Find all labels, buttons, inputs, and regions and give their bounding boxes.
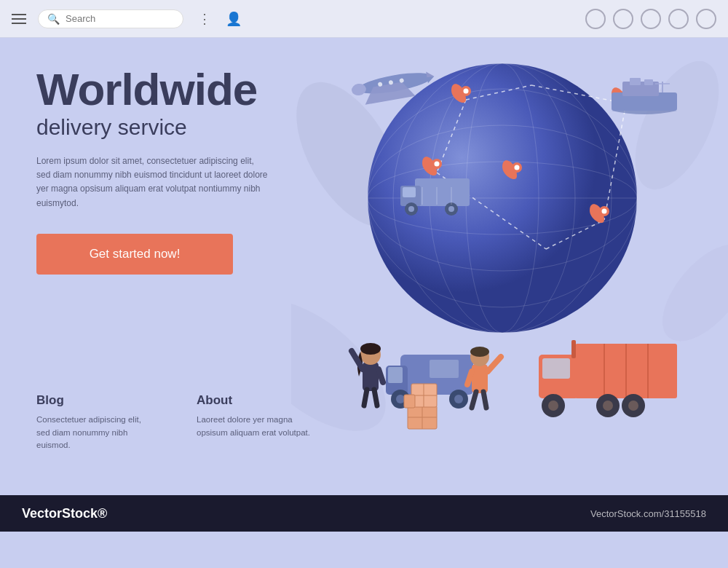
svg-point-56 — [396, 395, 405, 403]
search-bar[interactable]: 🔍 — [38, 9, 183, 28]
svg-rect-87 — [408, 406, 437, 429]
headline-sub: delivery service — [36, 115, 269, 140]
svg-point-28 — [356, 68, 433, 98]
svg-point-33 — [378, 82, 383, 87]
svg-point-75 — [360, 343, 381, 355]
svg-rect-44 — [403, 187, 416, 197]
headline-main: Worldwide — [36, 67, 269, 112]
blog-description: Consectetuer adipiscing elit, sed diam n… — [36, 414, 153, 451]
svg-line-14 — [437, 100, 466, 173]
svg-point-8 — [466, 63, 539, 333]
browser-circle-4[interactable] — [668, 9, 689, 29]
search-icon: 🔍 — [47, 13, 60, 25]
svg-point-1 — [618, 49, 728, 202]
svg-point-55 — [391, 390, 410, 409]
browser-toolbar: 🔍 ⋮ 👤 — [0, 0, 728, 38]
svg-rect-59 — [430, 360, 459, 378]
svg-point-26 — [599, 206, 609, 216]
svg-point-57 — [449, 390, 468, 409]
svg-point-82 — [470, 347, 489, 357]
svg-line-76 — [352, 351, 363, 369]
svg-rect-60 — [539, 355, 579, 398]
browser-right-controls — [585, 9, 716, 29]
svg-rect-54 — [388, 367, 403, 383]
svg-rect-43 — [400, 186, 421, 206]
svg-point-68 — [596, 394, 620, 417]
svg-marker-29 — [363, 80, 416, 105]
bottom-links: Blog Consectetuer adipiscing elit, sed d… — [36, 393, 313, 451]
svg-line-12 — [466, 85, 531, 100]
svg-point-5 — [368, 162, 637, 234]
svg-point-70 — [622, 394, 645, 417]
svg-point-27 — [602, 209, 607, 214]
svg-rect-90 — [411, 384, 437, 407]
cta-button[interactable]: Get started now! — [36, 234, 233, 275]
svg-rect-37 — [622, 82, 659, 96]
svg-point-25 — [515, 165, 520, 170]
svg-point-22 — [432, 159, 442, 169]
left-panel: Worldwide delivery service Lorem ipsum d… — [36, 67, 269, 275]
svg-line-78 — [364, 390, 367, 406]
svg-point-35 — [399, 78, 404, 83]
share-icon[interactable]: ⋮ — [198, 11, 211, 27]
watermark-bar: VectorStock® VectorStock.com/31155518 — [0, 495, 728, 532]
right-illustration — [291, 38, 728, 489]
svg-point-74 — [360, 344, 381, 365]
svg-point-2 — [291, 276, 408, 455]
svg-point-20 — [621, 90, 631, 100]
svg-point-0 — [291, 65, 424, 244]
svg-point-4 — [368, 63, 637, 333]
svg-rect-53 — [386, 366, 408, 395]
main-content: Worldwide delivery service Lorem ipsum d… — [0, 38, 728, 495]
svg-line-16 — [604, 103, 626, 220]
svg-rect-52 — [400, 355, 473, 395]
svg-point-32 — [351, 82, 367, 96]
svg-line-17 — [546, 220, 604, 249]
user-icon[interactable]: 👤 — [226, 11, 242, 27]
lorem-description: Lorem ipsum dolor sit amet, consectetuer… — [36, 154, 269, 210]
svg-line-84 — [467, 371, 472, 384]
watermark-brand: VectorStock® — [22, 506, 107, 521]
svg-point-67 — [548, 401, 558, 411]
browser-circle-2[interactable] — [613, 9, 633, 29]
svg-point-7 — [368, 89, 637, 307]
search-input[interactable] — [66, 13, 167, 24]
svg-rect-61 — [542, 358, 570, 379]
svg-point-23 — [435, 162, 440, 167]
svg-marker-30 — [426, 71, 434, 78]
svg-rect-42 — [415, 178, 470, 206]
browser-circle-1[interactable] — [585, 9, 606, 29]
svg-point-71 — [628, 401, 638, 411]
svg-point-45 — [405, 202, 418, 216]
svg-point-66 — [542, 394, 565, 417]
browser-circle-5[interactable] — [696, 9, 716, 29]
svg-line-79 — [374, 390, 377, 406]
svg-rect-80 — [472, 364, 488, 393]
svg-point-19 — [464, 89, 469, 94]
svg-point-6 — [368, 125, 637, 271]
svg-point-48 — [448, 206, 454, 212]
svg-point-34 — [388, 80, 393, 85]
browser-circle-3[interactable] — [641, 9, 661, 29]
svg-marker-31 — [427, 76, 435, 84]
blog-title[interactable]: Blog — [36, 393, 153, 408]
svg-point-46 — [408, 206, 414, 212]
svg-rect-38 — [630, 78, 641, 85]
svg-line-86 — [483, 392, 486, 408]
hamburger-menu-icon[interactable] — [12, 14, 26, 24]
svg-point-24 — [512, 162, 522, 173]
svg-point-3 — [646, 229, 728, 356]
svg-rect-72 — [571, 340, 576, 358]
svg-point-21 — [624, 92, 629, 98]
svg-rect-73 — [363, 362, 379, 391]
svg-rect-62 — [575, 344, 677, 398]
svg-line-15 — [437, 173, 546, 249]
svg-rect-36 — [612, 92, 677, 111]
svg-line-13 — [531, 85, 626, 103]
svg-line-77 — [379, 369, 383, 382]
svg-point-69 — [603, 401, 613, 411]
watermark-url: VectorStock.com/31155518 — [590, 508, 706, 519]
svg-rect-39 — [644, 79, 653, 85]
svg-point-58 — [454, 395, 463, 403]
svg-line-85 — [472, 392, 476, 408]
